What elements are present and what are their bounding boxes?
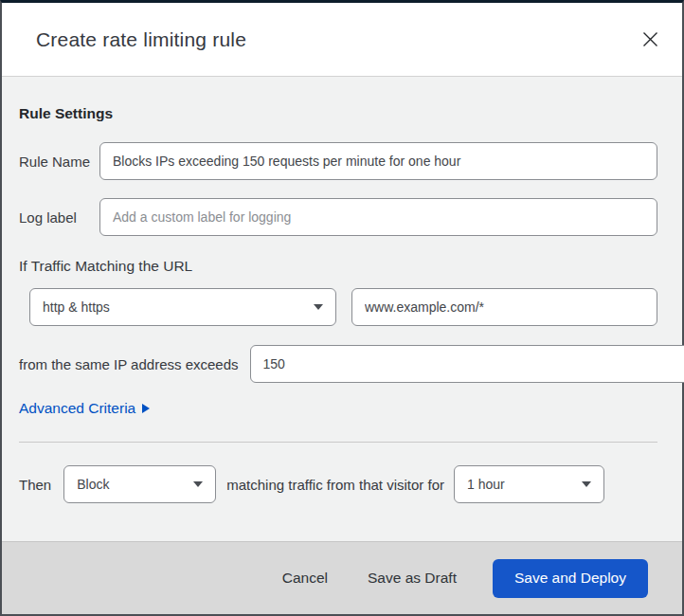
section-divider (19, 442, 657, 443)
chevron-down-icon (193, 481, 203, 487)
rule-name-row: Rule Name (19, 142, 657, 180)
dialog-header: Create rate limiting rule (2, 3, 682, 77)
log-label-input[interactable] (99, 198, 657, 236)
threshold-prefix-text: from the same IP address exceeds (19, 356, 239, 372)
scheme-url-row: http & https (19, 288, 657, 326)
action-select[interactable]: Block (63, 465, 216, 503)
threshold-row: from the same IP address exceeds request… (19, 345, 657, 383)
request-count-input[interactable] (250, 345, 684, 383)
dialog-title: Create rate limiting rule (36, 28, 246, 51)
close-icon (642, 31, 658, 47)
chevron-down-icon (582, 481, 591, 487)
rule-name-input[interactable] (99, 142, 657, 180)
triangle-right-icon (142, 404, 150, 413)
log-label-label: Log label (19, 209, 99, 226)
log-label-row: Log label (19, 198, 657, 236)
chevron-down-icon (314, 304, 323, 310)
scheme-select[interactable]: http & https (29, 288, 336, 326)
dialog-body: Rule Settings Rule Name Log label If Tra… (2, 77, 682, 541)
close-button[interactable] (637, 27, 663, 53)
duration-select[interactable]: 1 hour (454, 465, 604, 503)
create-rate-limiting-rule-dialog: Create rate limiting rule Rule Settings … (0, 0, 684, 616)
scheme-select-value: http & https (43, 299, 110, 315)
save-and-deploy-button[interactable]: Save and Deploy (493, 559, 648, 598)
advanced-criteria-link[interactable]: Advanced Criteria (19, 400, 150, 417)
cancel-button[interactable]: Cancel (279, 564, 332, 592)
dialog-footer: Cancel Save as Draft Save and Deploy (2, 541, 682, 614)
url-pattern-input[interactable] (351, 288, 657, 326)
save-as-draft-button[interactable]: Save as Draft (364, 564, 460, 592)
advanced-criteria-label: Advanced Criteria (19, 400, 135, 417)
action-row: Then Block matching traffic from that vi… (19, 465, 657, 503)
traffic-matching-heading: If Traffic Matching the URL (19, 258, 657, 275)
rule-name-label: Rule Name (19, 154, 99, 170)
matching-traffic-text: matching traffic from that visitor for (226, 477, 444, 493)
duration-select-value: 1 hour (467, 477, 505, 492)
action-select-value: Block (77, 477, 109, 492)
then-text: Then (19, 477, 51, 493)
rule-settings-heading: Rule Settings (19, 105, 657, 122)
